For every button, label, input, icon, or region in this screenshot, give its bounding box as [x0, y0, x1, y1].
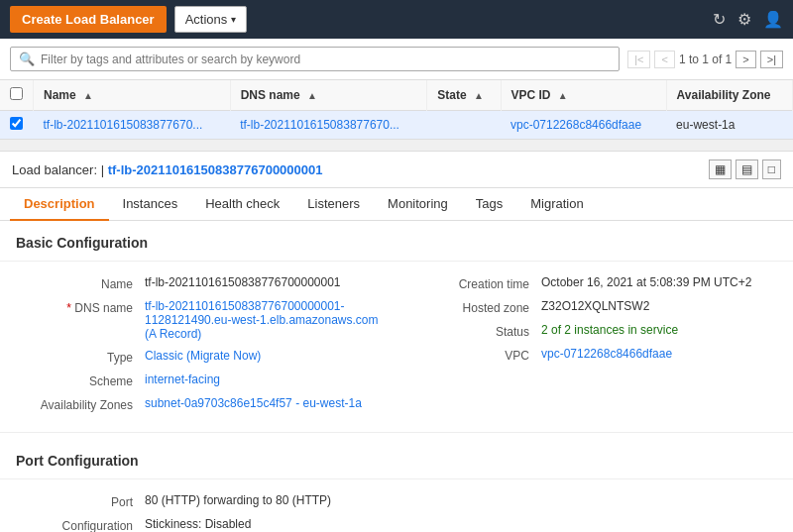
lb-separator: |	[101, 162, 108, 177]
select-all-checkbox[interactable]	[10, 87, 23, 100]
config-value-creation: October 16, 2021 at 5:08:39 PM UTC+2	[541, 275, 751, 289]
lb-view-icons: ▦ ▤ □	[709, 160, 781, 179]
detail-tabs: Description Instances Health check Liste…	[0, 188, 793, 221]
config-label-creation: Creation time	[412, 275, 541, 291]
row-state	[427, 111, 501, 140]
row-checkbox[interactable]	[10, 117, 23, 130]
page-text: 1 to 1 of 1	[679, 53, 732, 66]
row-dns-name[interactable]: tf-lb-2021101615083877670...	[230, 111, 427, 140]
table-row[interactable]: tf-lb-2021101615083877670... tf-lb-20211…	[0, 111, 793, 140]
config-value-type[interactable]: Classic (Migrate Now)	[145, 349, 261, 363]
search-icon: 🔍	[19, 52, 35, 66]
col-dns-name[interactable]: DNS name ▲	[230, 80, 427, 111]
actions-button[interactable]: Actions ▾	[174, 6, 248, 33]
config-row-dns: DNS name tf-lb-2021101615083877670000000…	[0, 295, 396, 345]
config-row-scheme: Scheme internet-facing	[0, 369, 396, 392]
config-row-creation: Creation time October 16, 2021 at 5:08:3…	[396, 271, 793, 295]
col-az[interactable]: Availability Zone	[666, 80, 792, 111]
view-expand-icon[interactable]: □	[762, 160, 781, 179]
config-value-hosted-zone: Z32O12XQLNTSW2	[541, 299, 649, 313]
config-label-status: Status	[412, 323, 541, 339]
config-value-name: tf-lb-20211016150838776700000001	[145, 275, 341, 289]
view-list-icon[interactable]: ▤	[736, 160, 758, 179]
lb-prefix-text: Load balancer:	[12, 162, 97, 177]
sort-icon-name: ▲	[83, 90, 93, 101]
col-state[interactable]: State ▲	[427, 80, 501, 111]
config-row-name: Name tf-lb-20211016150838776700000001	[0, 271, 396, 295]
lb-name: tf-lb-20211016150838776700000001	[108, 162, 323, 177]
toolbar: Create Load Balancer Actions ▾ ↻ ⚙ 👤	[0, 0, 793, 39]
page-prev-button[interactable]: <	[654, 51, 674, 68]
sort-icon-dns: ▲	[307, 90, 317, 101]
page-next-button[interactable]: >	[736, 51, 755, 68]
row-name[interactable]: tf-lb-2021101615083877670...	[34, 111, 231, 140]
config-value-vpc[interactable]: vpc-0712268c8466dfaae	[541, 347, 672, 361]
page-first-button[interactable]: |<	[627, 51, 650, 68]
config-value-status[interactable]: 2 of 2 instances in service	[541, 323, 678, 337]
chevron-down-icon: ▾	[231, 14, 236, 25]
lb-title: Load balancer: | tf-lb-20211016150838776…	[12, 162, 323, 177]
basic-config-left: Name tf-lb-20211016150838776700000001 DN…	[0, 271, 396, 416]
config-value-port: 80 (HTTP) forwarding to 80 (HTTP)	[145, 493, 331, 507]
config-label-az: Availability Zones	[16, 396, 145, 412]
tab-instances[interactable]: Instances	[109, 188, 192, 221]
settings-icon[interactable]: ⚙	[737, 10, 751, 29]
user-icon[interactable]: 👤	[763, 10, 783, 29]
config-label-type: Type	[16, 349, 145, 365]
search-wrapper[interactable]: 🔍	[10, 47, 620, 71]
lb-detail-header: Load balancer: | tf-lb-20211016150838776…	[0, 152, 793, 188]
sort-icon-vpc: ▲	[558, 90, 568, 101]
page-last-button[interactable]: >|	[760, 51, 783, 68]
config-label-dns: DNS name	[16, 299, 145, 315]
config-value-port-config: Stickiness: Disabled	[145, 517, 251, 531]
config-row-port-config: Configuration Stickiness: Disabled	[0, 513, 396, 532]
table-header-row: Name ▲ DNS name ▲ State ▲ VPC ID ▲	[0, 80, 793, 111]
tab-listeners[interactable]: Listeners	[293, 188, 374, 221]
search-bar: 🔍 |< < 1 to 1 of 1 > >|	[0, 39, 793, 80]
tab-migration[interactable]: Migration	[516, 188, 597, 221]
config-value-az[interactable]: subnet-0a9703c86e15c4f57 - eu-west-1a	[145, 396, 362, 410]
main-content: 🔍 |< < 1 to 1 of 1 > >| Name ▲	[0, 39, 793, 532]
detail-panel: Basic Configuration Name tf-lb-202110161…	[0, 221, 793, 532]
section-divider	[0, 432, 793, 433]
col-name[interactable]: Name ▲	[34, 80, 231, 111]
config-row-type: Type Classic (Migrate Now)	[0, 345, 396, 369]
refresh-icon[interactable]: ↻	[713, 10, 726, 29]
config-row-hosted-zone: Hosted zone Z32O12XQLNTSW2	[396, 295, 793, 319]
port-config-section-title: Port Configuration	[0, 439, 793, 479]
config-value-scheme: internet-facing	[145, 372, 220, 386]
config-row-vpc: VPC vpc-0712268c8466dfaae	[396, 343, 793, 367]
actions-label: Actions	[185, 12, 228, 27]
config-value-dns[interactable]: tf-lb-20211016150838776700000001-1128121…	[145, 299, 381, 341]
select-all-header[interactable]	[0, 80, 34, 111]
config-label-scheme: Scheme	[16, 372, 145, 388]
tab-description[interactable]: Description	[10, 188, 109, 221]
config-label-port-config: Configuration	[16, 517, 145, 532]
create-load-balancer-button[interactable]: Create Load Balancer	[10, 6, 167, 33]
config-label-port: Port	[16, 493, 145, 509]
horizontal-scrollbar[interactable]	[0, 140, 793, 152]
config-row-az: Availability Zones subnet-0a9703c86e15c4…	[0, 392, 396, 416]
config-row-status: Status 2 of 2 instances in service	[396, 319, 793, 343]
tab-monitoring[interactable]: Monitoring	[374, 188, 462, 221]
config-label-vpc: VPC	[412, 347, 541, 363]
row-checkbox-cell[interactable]	[0, 111, 34, 140]
config-label-name: Name	[16, 275, 145, 291]
search-input[interactable]	[41, 53, 611, 66]
row-az: eu-west-1a	[666, 111, 792, 140]
tab-health-check[interactable]: Health check	[191, 188, 293, 221]
basic-config-right: Creation time October 16, 2021 at 5:08:3…	[396, 271, 793, 416]
load-balancer-table: Name ▲ DNS name ▲ State ▲ VPC ID ▲	[0, 80, 793, 140]
row-vpc-id[interactable]: vpc-0712268c8466dfaae	[501, 111, 666, 140]
basic-config-grid: Name tf-lb-20211016150838776700000001 DN…	[0, 262, 793, 426]
tab-tags[interactable]: Tags	[462, 188, 516, 221]
config-label-hosted-zone: Hosted zone	[412, 299, 541, 315]
port-config-grid: Port 80 (HTTP) forwarding to 80 (HTTP) C…	[0, 479, 793, 532]
port-config-left: Port 80 (HTTP) forwarding to 80 (HTTP) C…	[0, 489, 396, 532]
view-split-icon[interactable]: ▦	[709, 160, 732, 179]
pagination: |< < 1 to 1 of 1 > >|	[627, 51, 783, 68]
col-vpc-id[interactable]: VPC ID ▲	[501, 80, 666, 111]
basic-config-section-title: Basic Configuration	[0, 221, 793, 262]
toolbar-icons: ↻ ⚙ 👤	[713, 10, 783, 29]
sort-icon-state: ▲	[474, 90, 484, 101]
